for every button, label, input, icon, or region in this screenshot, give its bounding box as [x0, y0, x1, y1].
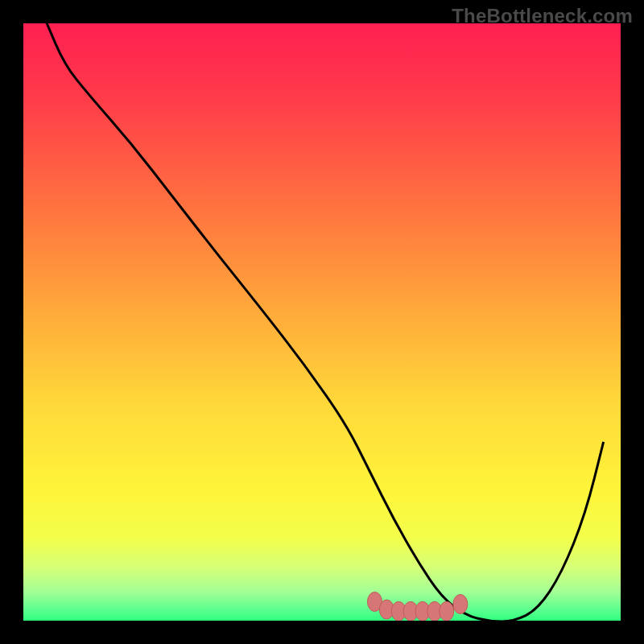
chart-gradient-area — [23, 23, 621, 621]
curve-marker — [453, 594, 468, 613]
curve-marker — [440, 601, 454, 621]
bottleneck-chart — [0, 0, 644, 644]
watermark-label: TheBottleneck.com — [452, 5, 633, 27]
chart-stage: TheBottleneck.com — [0, 0, 644, 644]
